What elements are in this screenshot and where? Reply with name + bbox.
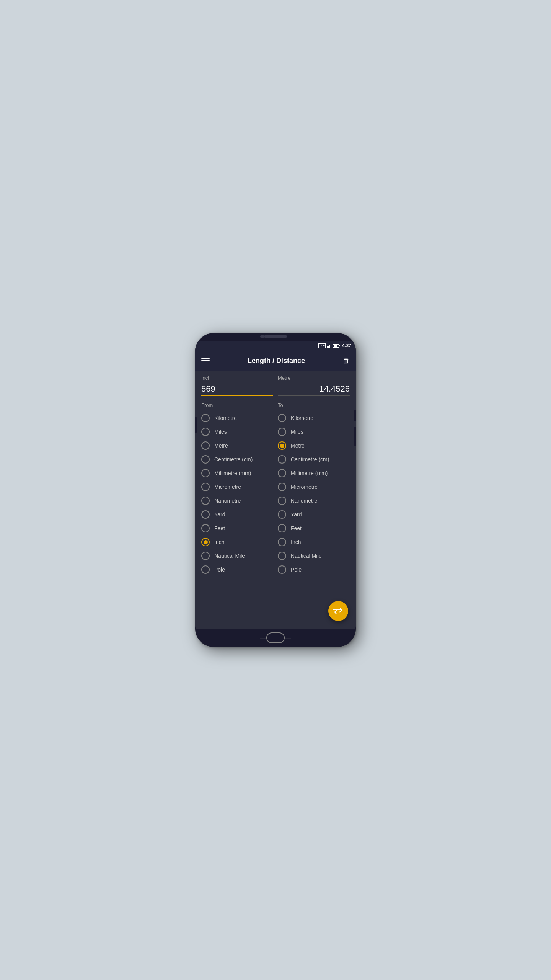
to-nautical-mile[interactable]: Nautical Mile <box>278 549 350 563</box>
from-input-col: Inch <box>201 375 273 396</box>
to-nanometre-radio[interactable] <box>278 497 286 505</box>
from-feet-radio[interactable] <box>201 524 210 532</box>
time-display: 4:27 <box>342 343 351 348</box>
camera <box>260 335 264 338</box>
from-micrometre-radio[interactable] <box>201 483 210 491</box>
recents-button[interactable]: — <box>285 634 291 641</box>
input-section: Inch Metre <box>195 371 356 398</box>
bottom-nav: — — <box>245 629 306 647</box>
back-button[interactable]: — <box>260 634 266 641</box>
from-centimetre-label: Centimetre (cm) <box>214 456 253 462</box>
from-micrometre[interactable]: Micrometre <box>201 480 273 494</box>
to-millimetre[interactable]: Millimetre (mm) <box>278 466 350 480</box>
from-column: From Kilometre Miles Metre <box>201 402 273 577</box>
from-centimetre[interactable]: Centimetre (cm) <box>201 452 273 466</box>
home-button[interactable] <box>266 632 285 643</box>
to-yard[interactable]: Yard <box>278 508 350 521</box>
to-miles-radio[interactable] <box>278 428 286 436</box>
from-yard-radio[interactable] <box>201 510 210 519</box>
from-pole[interactable]: Pole <box>201 563 273 577</box>
to-inch[interactable]: Inch <box>278 535 350 549</box>
to-input-col: Metre <box>278 375 350 396</box>
from-inch-radio[interactable] <box>201 538 210 546</box>
from-feet[interactable]: Feet <box>201 521 273 535</box>
to-nanometre[interactable]: Nanometre <box>278 494 350 508</box>
to-micrometre[interactable]: Micrometre <box>278 480 350 494</box>
to-metre-label: Metre <box>291 443 305 449</box>
from-input-field[interactable] <box>201 382 273 396</box>
from-column-header: From <box>201 402 273 408</box>
from-nanometre-radio[interactable] <box>201 497 210 505</box>
to-miles-label: Miles <box>291 429 303 435</box>
to-millimetre-label: Millimetre (mm) <box>291 470 328 476</box>
from-feet-label: Feet <box>214 525 225 531</box>
to-millimetre-radio[interactable] <box>278 469 286 477</box>
from-inch-label: Inch <box>214 539 224 545</box>
from-nanometre-label: Nanometre <box>214 498 241 504</box>
swap-fab-button[interactable] <box>328 601 348 621</box>
to-metre[interactable]: Metre <box>278 439 350 452</box>
from-metre-label: Metre <box>214 443 228 449</box>
to-miles[interactable]: Miles <box>278 425 350 439</box>
to-input-field[interactable] <box>278 382 350 396</box>
app-title: Length / Distance <box>210 357 343 365</box>
from-yard-label: Yard <box>214 511 225 518</box>
from-miles[interactable]: Miles <box>201 425 273 439</box>
content-area: Inch Metre From Kilometre <box>195 371 356 629</box>
to-kilometre-radio[interactable] <box>278 414 286 422</box>
to-inch-label: Inch <box>291 539 301 545</box>
to-yard-radio[interactable] <box>278 510 286 519</box>
delete-button[interactable]: 🗑 <box>343 357 350 365</box>
to-feet-radio[interactable] <box>278 524 286 532</box>
from-nautical-mile[interactable]: Nautical Mile <box>201 549 273 563</box>
battery-icon <box>333 344 339 348</box>
to-micrometre-radio[interactable] <box>278 483 286 491</box>
from-micrometre-label: Micrometre <box>214 484 241 490</box>
from-pole-label: Pole <box>214 567 225 573</box>
to-micrometre-label: Micrometre <box>291 484 318 490</box>
to-column-header: To <box>278 402 350 408</box>
from-metre[interactable]: Metre <box>201 439 273 452</box>
from-kilometre-radio[interactable] <box>201 414 210 422</box>
swap-icon <box>333 608 343 614</box>
from-millimetre[interactable]: Millimetre (mm) <box>201 466 273 480</box>
to-centimetre-radio[interactable] <box>278 455 286 464</box>
from-centimetre-radio[interactable] <box>201 455 210 464</box>
to-kilometre-label: Kilometre <box>291 415 313 421</box>
from-kilometre-label: Kilometre <box>214 415 237 421</box>
to-feet-label: Feet <box>291 525 302 531</box>
status-bar: LTE 4:27 <box>195 341 356 351</box>
from-pole-radio[interactable] <box>201 565 210 574</box>
to-pole-radio[interactable] <box>278 565 286 574</box>
from-kilometre[interactable]: Kilometre <box>201 411 273 425</box>
radio-section: From Kilometre Miles Metre <box>195 398 356 578</box>
from-millimetre-radio[interactable] <box>201 469 210 477</box>
to-yard-label: Yard <box>291 511 302 518</box>
to-nautical-mile-radio[interactable] <box>278 552 286 560</box>
from-yard[interactable]: Yard <box>201 508 273 521</box>
to-centimetre[interactable]: Centimetre (cm) <box>278 452 350 466</box>
speaker <box>264 335 287 338</box>
to-kilometre[interactable]: Kilometre <box>278 411 350 425</box>
to-nautical-mile-label: Nautical Mile <box>291 553 321 559</box>
to-pole[interactable]: Pole <box>278 563 350 577</box>
to-input-label: Metre <box>278 375 350 381</box>
from-nautical-mile-radio[interactable] <box>201 552 210 560</box>
lte-indicator: LTE <box>318 343 326 348</box>
from-nautical-mile-label: Nautical Mile <box>214 553 245 559</box>
to-column: To Kilometre Miles Metre <box>278 402 350 577</box>
from-metre-radio[interactable] <box>201 441 210 450</box>
from-miles-radio[interactable] <box>201 428 210 436</box>
from-miles-label: Miles <box>214 429 227 435</box>
to-centimetre-label: Centimetre (cm) <box>291 456 329 462</box>
from-inch[interactable]: Inch <box>201 535 273 549</box>
to-pole-label: Pole <box>291 567 302 573</box>
from-nanometre[interactable]: Nanometre <box>201 494 273 508</box>
menu-button[interactable] <box>201 358 210 363</box>
to-metre-radio[interactable] <box>278 441 286 450</box>
to-nanometre-label: Nanometre <box>291 498 317 504</box>
from-millimetre-label: Millimetre (mm) <box>214 470 251 476</box>
to-feet[interactable]: Feet <box>278 521 350 535</box>
signal-icon <box>327 343 331 348</box>
to-inch-radio[interactable] <box>278 538 286 546</box>
